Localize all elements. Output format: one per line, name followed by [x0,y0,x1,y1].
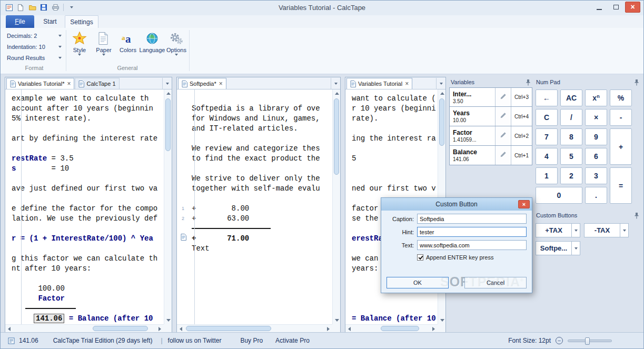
tab-settings[interactable]: Settings [65,15,98,28]
scrollbar-thumb[interactable] [334,98,339,175]
style-button[interactable]: Style [68,29,91,64]
horizontal-scrollbar[interactable] [177,324,332,332]
twitter-link[interactable]: follow us on Twitter [168,337,222,344]
tab-start[interactable]: Start [37,15,63,28]
numpad-key[interactable]: 5 [560,148,582,165]
scrollbar-thumb[interactable] [165,98,171,151]
edit-variable-button[interactable] [495,146,511,165]
variable-row[interactable]: Inter...3.50Ctrl+3 [449,87,532,107]
pin-panel-icon[interactable] [634,79,639,86]
custom-button-main[interactable]: -TAX [584,223,620,237]
minimize-button[interactable] [591,2,607,13]
tab-list-dropdown[interactable] [162,78,172,89]
tab-list-dropdown[interactable] [436,78,445,89]
numpad-key[interactable]: ← [536,89,558,106]
scrollbar-thumb[interactable] [93,326,148,331]
numpad-key[interactable]: 7 [536,128,558,145]
edit-variable-button[interactable] [495,107,511,126]
font-size-decrease-icon[interactable]: − [556,337,563,344]
format-dropdown[interactable]: Round Results [6,52,63,63]
document-area[interactable]: example we want to calculate thaccount a… [5,89,164,324]
numpad-key[interactable]: 6 [585,148,607,165]
document-tab[interactable]: CalcTape 1 [75,78,119,89]
format-dropdown[interactable]: Decimals: 2 [6,30,63,41]
language-button[interactable]: Language [141,29,164,64]
custom-button-dropdown[interactable] [620,223,629,237]
numpad-key[interactable]: 9 [585,128,607,145]
open-folder-icon[interactable] [28,3,36,12]
append-enter-checkbox[interactable] [417,254,423,261]
edit-variable-button[interactable] [495,88,511,106]
numpad-key[interactable]: 1 [536,167,558,184]
ok-button[interactable]: OK [387,277,449,288]
vertical-scrollbar[interactable] [164,89,172,324]
custom-button-dropdown[interactable] [571,223,580,237]
variable-row[interactable]: Years10.00Ctrl+4 [449,107,532,126]
numpad-key[interactable]: 4 [536,148,558,165]
numpad-key[interactable]: 2 [560,167,582,184]
numpad-key[interactable]: AC [560,89,582,106]
tab-close-icon[interactable]: × [219,81,223,86]
numpad-key[interactable]: - [610,109,632,126]
numpad-key[interactable]: 0 [536,187,582,204]
font-size-slider[interactable] [568,340,612,342]
document-line [12,124,164,134]
save-icon[interactable] [39,3,48,12]
close-button[interactable]: × [625,2,640,13]
new-document-icon[interactable] [16,3,25,12]
font-size-label: Font Size: 12pt [508,337,551,344]
tab-close-icon[interactable]: × [405,81,409,86]
numpad-key[interactable]: xn [585,89,607,106]
options-button[interactable]: Options [165,29,188,64]
buy-pro-link[interactable]: Buy Pro [240,337,263,344]
document-line [12,194,164,204]
dialog-close-button[interactable]: × [518,200,530,208]
scrollbar-thumb[interactable] [381,326,420,331]
document-tab[interactable]: Variables Tutorial*× [6,78,74,89]
numpad-key[interactable]: / [560,109,582,126]
numpad-key[interactable]: . [585,187,607,204]
document-area[interactable]: Softpedia is a library of ovefor Windows… [177,89,332,324]
font-size-slider-thumb[interactable] [585,337,590,345]
custom-button-dropdown[interactable] [571,241,580,255]
scrollbar-thumb[interactable] [439,98,444,146]
edit-variable-button[interactable] [495,126,511,145]
scroll-down-icon [440,319,444,322]
dialog-field-input[interactable] [417,240,527,250]
document-line: g this factor we can calculate th [12,254,164,264]
dialog-field-label: Caption: [387,216,414,222]
numpad-key[interactable]: 3 [585,167,607,184]
numpad-key[interactable]: × [585,109,607,126]
numpad-key[interactable]: % [610,89,632,106]
numpad-key[interactable]: 8 [560,128,582,145]
variable-row[interactable]: Balance141.06Ctrl+1 [449,146,532,165]
scrollbar-thumb[interactable] [186,326,271,331]
print-icon[interactable] [51,3,60,12]
quick-access-dropdown-icon[interactable] [67,3,76,12]
pin-panel-icon[interactable] [634,212,639,219]
dialog-field-input[interactable] [417,214,527,224]
maximize-button[interactable] [608,2,623,13]
activate-pro-link[interactable]: Activate Pro [275,337,310,344]
document-tab[interactable]: Variables Tutorial× [346,78,412,89]
document-tab[interactable]: Softpedia*× [178,78,226,89]
tab-list-dropdown[interactable] [331,78,340,89]
numpad-key[interactable]: + [610,128,632,165]
horizontal-scrollbar[interactable] [5,324,164,332]
custom-button-main[interactable]: +TAX [536,223,571,237]
dialog-titlebar[interactable]: Custom Button × [381,198,532,211]
custom-button-main[interactable]: Softpe... [536,241,571,255]
colors-button[interactable]: aa Colors [116,29,140,64]
paper-button[interactable]: Paper [92,29,115,64]
tab-file[interactable]: File [6,15,34,28]
numpad-key[interactable]: = [610,167,632,204]
variable-row[interactable]: Factor1.41059...Ctrl+2 [449,126,532,146]
format-dropdown[interactable]: Indentation: 10 [6,41,63,52]
numpad-key[interactable]: C [536,109,558,126]
tab-close-icon[interactable]: × [67,81,71,86]
cancel-button[interactable]: Cancel [464,277,527,288]
dialog-field-input[interactable] [417,227,527,237]
vertical-scrollbar[interactable] [332,89,340,324]
horizontal-scrollbar[interactable] [345,324,438,332]
pin-panel-icon[interactable] [526,79,531,86]
